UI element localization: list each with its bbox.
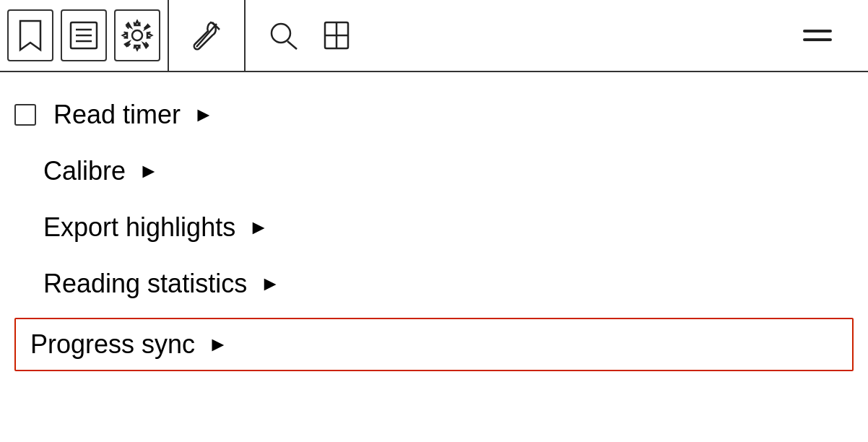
- toolbar: [0, 0, 868, 72]
- tools-button[interactable]: [183, 9, 230, 61]
- calibre-label: Calibre: [43, 156, 126, 186]
- progress-sync-label: Progress sync: [30, 329, 195, 360]
- bookmark-button[interactable]: [7, 9, 53, 61]
- toolbar-center-group: [169, 0, 246, 71]
- search-button[interactable]: [260, 9, 306, 61]
- reader-button[interactable]: [313, 9, 360, 61]
- export-highlights-arrow: ►: [248, 216, 269, 239]
- toc-button[interactable]: [61, 9, 107, 61]
- svg-line-8: [287, 41, 297, 49]
- export-highlights-label: Export highlights: [43, 212, 235, 243]
- menu-item-calibre[interactable]: Calibre ►: [0, 143, 868, 199]
- progress-sync-arrow: ►: [208, 333, 228, 356]
- hamburger-menu[interactable]: [796, 22, 854, 48]
- menu-item-reading-statistics[interactable]: Reading statistics ►: [0, 256, 868, 312]
- reading-statistics-label: Reading statistics: [43, 269, 247, 299]
- menu-item-read-timer[interactable]: Read timer ►: [0, 87, 868, 143]
- reading-statistics-arrow: ►: [260, 272, 280, 295]
- menu-item-progress-sync[interactable]: Progress sync ►: [14, 318, 854, 371]
- settings-button[interactable]: [114, 9, 160, 61]
- toolbar-left-group: [0, 0, 169, 71]
- menu-item-export-highlights[interactable]: Export highlights ►: [0, 199, 868, 256]
- toolbar-right-group: [246, 0, 868, 71]
- read-timer-arrow: ►: [194, 103, 214, 126]
- read-timer-label: Read timer: [53, 100, 181, 130]
- svg-point-4: [132, 30, 142, 40]
- menu-content: Read timer ► Calibre ► Export highlights…: [0, 72, 868, 391]
- svg-point-7: [272, 24, 290, 43]
- calibre-arrow: ►: [139, 160, 159, 183]
- read-timer-checkbox[interactable]: [14, 104, 36, 126]
